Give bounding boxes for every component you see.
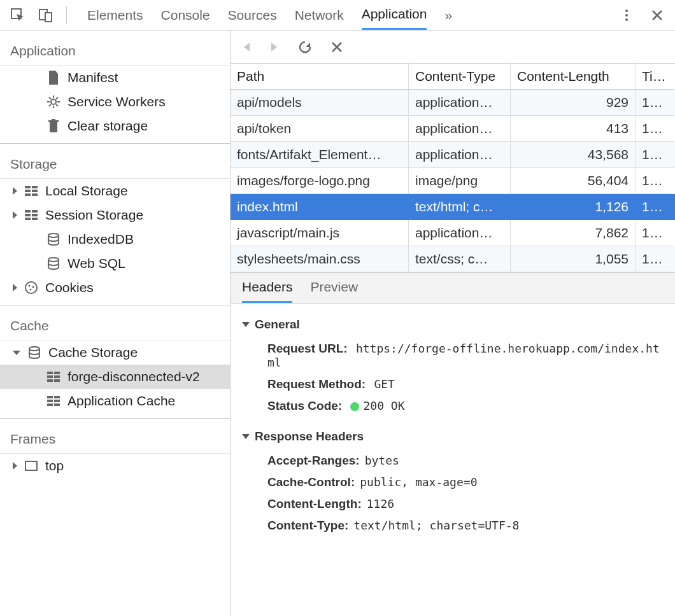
expand-arrow-icon[interactable] [13,211,17,219]
table-row[interactable]: stylesheets/main.csstext/css; c…1,0551… [231,246,675,272]
svg-rect-17 [32,210,38,213]
sidebar-item-clear-storage[interactable]: Clear storage [0,114,230,138]
table-row[interactable]: index.htmltext/html; c…1,1261… [231,194,675,220]
kebab-icon[interactable] [614,3,639,28]
svg-rect-13 [32,190,38,192]
col-time[interactable]: Ti… [636,64,674,90]
sidebar-section-application: Application [0,31,230,66]
expand-arrow-icon[interactable] [13,187,17,195]
cell-path: stylesheets/main.css [231,246,409,272]
general-section[interactable]: General [242,318,664,332]
col-content-type[interactable]: Content-Type [409,64,511,90]
cell-length: 7,862 [511,220,636,246]
sidebar-item-local-storage[interactable]: Local Storage [0,179,230,203]
svg-rect-37 [47,400,53,402]
tab-application[interactable]: Application [362,0,427,30]
table-row[interactable]: api/modelsapplication…9291… [231,90,675,116]
tab-elements[interactable]: Elements [87,0,143,30]
svg-rect-21 [32,218,38,220]
sidebar-item-cookies[interactable]: Cookies [0,276,230,300]
svg-rect-40 [54,403,60,406]
svg-rect-31 [47,375,53,378]
tab-console[interactable]: Console [161,0,210,30]
sidebar-item-indexeddb[interactable]: IndexedDB [0,227,230,251]
cell-time: 1… [636,220,674,246]
next-icon[interactable] [270,41,279,53]
sidebar-item-cache-storage[interactable]: Cache Storage [0,340,230,365]
expand-arrow-icon[interactable] [13,351,20,355]
device-toolbar-icon[interactable] [33,3,59,28]
detail-tab-preview[interactable]: Preview [310,279,358,303]
svg-rect-9 [52,119,55,120]
tab-sources[interactable]: Sources [228,0,277,30]
cell-type: image/png [409,168,511,194]
svg-rect-41 [25,461,37,470]
sidebar-item-label: IndexedDB [68,232,134,247]
cell-time: 1… [636,194,674,220]
expand-arrow-icon[interactable] [13,284,17,291]
refresh-icon[interactable] [298,40,312,54]
svg-point-5 [625,18,628,21]
cache-toolbar [231,31,675,64]
sidebar-item-label: Cache Storage [48,345,138,360]
sidebar-item-label: Web SQL [68,256,125,271]
delete-icon[interactable] [331,41,343,53]
sidebar-item-label: top [45,458,64,473]
svg-rect-18 [25,214,31,216]
cookie-icon [24,281,39,294]
sidebar-item-service-workers[interactable]: Service Workers [0,90,230,114]
svg-point-22 [48,234,59,237]
sidebar-item-websql[interactable]: Web SQL [0,251,230,276]
response-headers-section[interactable]: Response Headers [242,430,664,444]
svg-point-24 [25,282,37,293]
table-row[interactable]: fonts/Artifakt_Element…application…43,56… [231,142,675,168]
sidebar-item-application-cache[interactable]: Application Cache [0,389,230,413]
table-row[interactable]: javascript/main.jsapplication…7,8621… [231,220,675,246]
detail-tabs: Headers Preview [231,273,675,304]
inspect-icon[interactable] [5,3,31,28]
devtools-tabbar: Elements Console Sources Network Applica… [0,0,675,31]
svg-rect-16 [25,210,31,213]
svg-rect-7 [50,122,57,132]
cell-length: 56,404 [511,168,636,194]
close-icon[interactable] [644,3,670,28]
sidebar-item-top[interactable]: top [0,454,230,478]
sidebar-item-session-storage[interactable]: Session Storage [0,203,230,227]
table-row[interactable]: api/tokenapplication…4131… [231,116,675,142]
database-icon [27,346,42,359]
cell-path: api/token [231,116,409,142]
tab-network[interactable]: Network [295,0,344,30]
cell-type: application… [409,90,511,116]
response-header: Content-Type:text/html; charset=UTF-8 [242,515,664,536]
sidebar-item-forge-disconnected[interactable]: forge-disconnected-v2 [0,365,230,389]
svg-rect-15 [32,193,38,196]
svg-rect-39 [47,403,53,406]
cell-path: images/forge-logo.png [231,168,409,194]
cache-storage-pane: Path Content-Type Content-Length Ti… api… [231,31,675,616]
svg-point-6 [51,99,56,104]
svg-rect-14 [25,193,31,196]
svg-rect-12 [25,190,31,192]
prev-icon[interactable] [242,41,251,53]
cell-type: application… [409,116,511,142]
chevron-down-icon [242,322,250,327]
cell-length: 1,126 [511,194,636,220]
svg-rect-33 [47,379,53,382]
detail-tab-headers[interactable]: Headers [242,279,292,303]
col-content-length[interactable]: Content-Length [511,64,636,90]
svg-rect-30 [54,372,60,374]
sidebar-item-label: forge-disconnected-v2 [68,369,200,384]
grid-icon [24,186,39,196]
col-path[interactable]: Path [231,64,409,90]
status-code: Status Code: 200 OK [242,395,664,417]
sidebar-item-manifest[interactable]: Manifest [0,66,230,90]
grid-icon [46,396,61,406]
tab-more[interactable]: » [444,0,452,30]
expand-arrow-icon[interactable] [13,462,17,470]
svg-rect-19 [32,214,38,216]
table-row[interactable]: images/forge-logo.pngimage/png56,4041… [231,168,675,194]
cell-time: 1… [636,142,674,168]
svg-point-23 [48,258,59,262]
svg-rect-38 [54,400,60,402]
request-method: Request Method: GET [242,374,664,395]
